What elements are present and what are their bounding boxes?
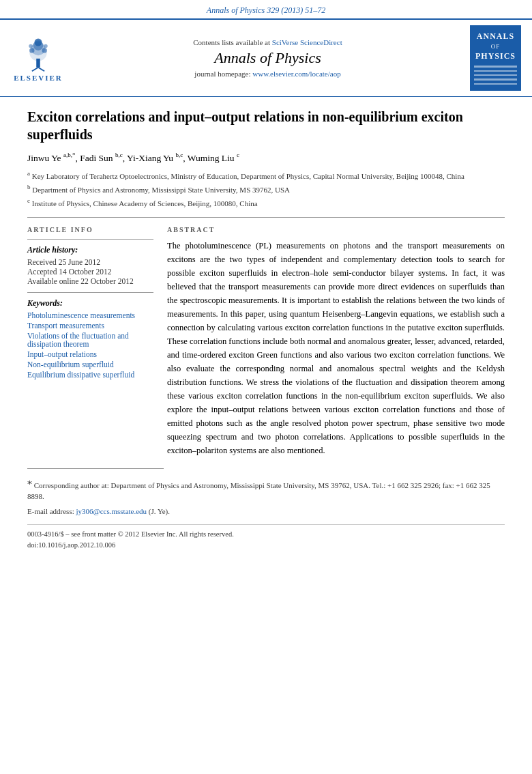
- keyword-4: Input–output relations: [27, 350, 153, 358]
- footnote-text: Corresponding author at: Department of P…: [27, 481, 490, 500]
- keywords-title: Keywords:: [27, 298, 153, 309]
- author-sup-d: c: [237, 152, 239, 158]
- copyright-line-2: doi:10.1016/j.aop.2012.10.006: [27, 540, 505, 551]
- journal-reference: Annals of Physics 329 (2013) 51–72: [0, 0, 532, 18]
- author-sup-b: b,c: [115, 152, 123, 158]
- affiliations-block: a Key Laboratory of Terahertz Optoelectr…: [27, 169, 505, 209]
- info-top-divider: [27, 239, 153, 240]
- svg-point-9: [29, 44, 33, 48]
- badge-decorative-lines: [473, 65, 518, 85]
- author-sup-a: a,b,*: [63, 152, 76, 158]
- journal-name-display: Annals of Physics: [74, 49, 462, 67]
- contents-text: Contents lists available at: [193, 38, 270, 46]
- history-received: Received 25 June 2012: [27, 258, 153, 266]
- contents-line: Contents lists available at SciVerse Sci…: [74, 38, 462, 46]
- article-history-title: Article history:: [27, 245, 153, 255]
- copyright-block: 0003-4916/$ – see front matter © 2012 El…: [27, 524, 505, 551]
- svg-point-8: [42, 48, 47, 53]
- article-title: Exciton correlations and input–output re…: [27, 108, 505, 143]
- affil-a-text: Key Laboratory of Terahertz Optoelectron…: [32, 171, 464, 180]
- main-content: Exciton correlations and input–output re…: [0, 97, 532, 561]
- badge-annals: ANNALS: [473, 31, 518, 42]
- journal-badge: ANNALS OF PHYSICS: [470, 25, 521, 91]
- badge-line-2: [474, 70, 517, 72]
- affiliation-b: b Department of Physics and Astronomy, M…: [27, 183, 505, 195]
- svg-point-6: [35, 38, 42, 46]
- affil-sup-b: b: [27, 184, 31, 190]
- footnote-star: ⁎: [27, 476, 32, 487]
- email-suffix: (J. Ye).: [149, 507, 170, 515]
- journal-ref-text: Annals of Physics 329 (2013) 51–72: [207, 5, 325, 15]
- affil-sup-a: a: [27, 170, 30, 177]
- badge-line-1: [474, 66, 517, 67]
- affil-b-text: Department of Physics and Astronomy, Mis…: [32, 185, 290, 193]
- badge-physics: PHYSICS: [473, 51, 518, 62]
- history-accepted: Accepted 14 October 2012: [27, 268, 153, 276]
- badge-line-5: [474, 83, 517, 85]
- homepage-line: journal homepage: www.elsevier.com/locat…: [74, 70, 462, 78]
- affil-c-text: Institute of Physics, Chinese Academy of…: [32, 199, 258, 207]
- badge-line-4: [474, 78, 517, 80]
- footnote-divider: [27, 468, 164, 469]
- svg-point-10: [44, 44, 48, 48]
- keyword-1: Photoluminescence measurements: [27, 311, 153, 319]
- copyright-line-1: 0003-4916/$ – see front matter © 2012 El…: [27, 529, 505, 540]
- svg-point-7: [29, 48, 34, 53]
- footnote-email: E-mail address: jy306@ccs.msstate.edu (J…: [27, 506, 505, 517]
- svg-line-2: [38, 67, 44, 71]
- journal-header-strip: ELSEVIER Contents lists available at Sci…: [0, 18, 532, 97]
- email-link[interactable]: jy306@ccs.msstate.edu: [76, 507, 147, 515]
- authors-line: Jinwu Ye a,b,*, Fadi Sun b,c, Yi-Xiang Y…: [27, 152, 505, 164]
- article-info-label: ARTICLE INFO: [27, 226, 153, 233]
- info-keywords-divider: [27, 292, 153, 293]
- svg-line-1: [32, 67, 38, 71]
- email-label: E-mail address:: [27, 507, 76, 515]
- article-body-two-col: ARTICLE INFO Article history: Received 2…: [27, 226, 505, 457]
- sciverse-link[interactable]: SciVerse ScienceDirect: [272, 38, 342, 46]
- affiliation-c: c Institute of Physics, Chinese Academy …: [27, 197, 505, 209]
- article-info-col: ARTICLE INFO Article history: Received 2…: [27, 226, 153, 457]
- homepage-link[interactable]: www.elsevier.com/locate/aop: [252, 70, 340, 78]
- abstract-text: The photoluminescence (PL) measurements …: [167, 239, 505, 457]
- abstract-label: ABSTRACT: [167, 226, 505, 233]
- keyword-6: Equilibrium dissipative superfluid: [27, 371, 153, 379]
- abstract-col: ABSTRACT The photoluminescence (PL) meas…: [167, 226, 505, 457]
- elsevier-tree-icon: [18, 35, 59, 72]
- author-sup-c: b,c: [175, 152, 183, 158]
- history-online: Available online 22 October 2012: [27, 277, 153, 285]
- keyword-2: Transport measurements: [27, 321, 153, 330]
- homepage-text: journal homepage:: [194, 70, 250, 78]
- journal-center-info: Contents lists available at SciVerse Sci…: [74, 38, 462, 78]
- elsevier-logo: ELSEVIER: [11, 35, 65, 82]
- divider-1: [27, 217, 505, 218]
- badge-line-3: [474, 74, 517, 76]
- badge-of: OF: [473, 42, 518, 51]
- affiliation-a: a Key Laboratory of Terahertz Optoelectr…: [27, 169, 505, 182]
- affil-sup-c: c: [27, 197, 30, 204]
- elsevier-name: ELSEVIER: [14, 74, 63, 82]
- footnote-corresponding: ⁎ Corresponding author at: Department of…: [27, 474, 505, 502]
- keyword-3: Violations of the fluctuation and dissip…: [27, 332, 153, 348]
- keyword-5: Non-equilibrium superfluid: [27, 360, 153, 369]
